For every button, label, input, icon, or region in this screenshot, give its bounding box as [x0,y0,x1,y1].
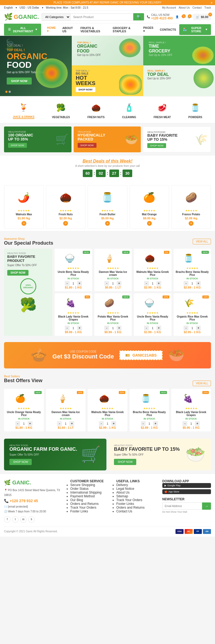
add-to-cart-5[interactable]: + [189,221,194,226]
bs4-minus[interactable]: - [141,421,146,426]
nav-grocery[interactable]: GROCERY & STAPLES [109,23,140,36]
best-sellers-view-all[interactable]: VIEW ALL [193,381,211,386]
nav-home[interactable]: HOME ▾ [44,23,59,36]
category-powders[interactable]: 🫙 POWDERS [188,101,202,119]
currency-selector[interactable]: USD - US Dollar [20,6,39,9]
sp3-qty-plus[interactable]: + [156,281,161,286]
footer-link-delivery[interactable]: Delivery [116,483,157,487]
google-play-badge[interactable]: ▶ Google Play [162,483,211,488]
newsletter-submit[interactable]: → [202,502,211,510]
promo-baby-cta[interactable]: SHOP NOW [147,143,166,148]
track-link[interactable]: Track [204,6,211,9]
hero-br-cta[interactable]: SHOP NOW! [76,87,95,92]
bs5-minus[interactable]: - [182,421,187,426]
bp-baby-cta[interactable]: SHOP NOW [114,459,136,465]
sp6-qty-plus[interactable]: + [117,326,121,330]
newsletter-input[interactable] [162,502,202,510]
sp8-qty-plus[interactable]: + [196,326,201,330]
footer-link-orders-returns[interactable]: Orders and Returns [116,506,157,509]
add-to-cart-4[interactable]: + [147,221,152,226]
bs1-minus[interactable]: - [15,421,20,426]
deal-product-3[interactable]: 🫙 ★★★★★ Fresh Butter $5.00 /kg + [88,185,127,229]
contact-link[interactable]: Contact [192,6,202,9]
bs-product-1[interactable]: NEW 🍊 ★★★★★ Uncle Orange Vania Ready Pic… [4,389,44,431]
category-vegetables[interactable]: 🥦 VEGETABLES [52,101,70,119]
special-product-2[interactable]: NEW 🍦 ★★★★★ Dannon Max Vania Ice cream I… [94,249,132,291]
sp2-qty-plus[interactable]: + [117,281,121,286]
featured-cta[interactable]: SHOP NOW [7,270,28,276]
nav-contacts[interactable]: CONTACTS [157,23,179,36]
footer-link-footer-2[interactable]: Footer Links [116,502,157,506]
footer-link-secure[interactable]: Secure Shopping [70,483,111,487]
deal-product-5[interactable]: 🥔 ★★★★★ France Potato $2.09 /kg + [171,185,211,229]
footer-link-footer[interactable]: Footer Links [70,509,111,513]
about-us-link[interactable]: About Us [179,6,190,9]
bp-organic-cta[interactable]: SHOP NOW [9,459,32,465]
bs4-plus[interactable]: + [153,421,158,426]
footer-link-contact[interactable]: Contact Us [116,509,157,513]
nav-pages[interactable]: PAGES ▾ [140,23,157,36]
sp3-qty-minus[interactable]: - [144,281,149,286]
special-product-6[interactable]: NEW 🥔 ★★★★★ Potato Max Vania Greek Pice … [94,293,132,336]
bs1-plus[interactable]: + [28,421,33,426]
language-selector[interactable]: English [4,6,13,9]
special-product-3[interactable]: 5% 🌰 ★★★★★ Walnuts Max Vania Greek Pice … [134,249,171,291]
footer-link-intl-shipping[interactable]: International Shipping [70,491,111,494]
category-cleaning[interactable]: 🧴 CLEANING [122,101,136,119]
bs-product-4[interactable]: NEW 🫙 ★★★★★ Brachs Bens Vania Ready Pice… [130,389,169,431]
category-nuts[interactable]: 🌰 FRESH NUTS [87,101,105,119]
footer-link-payment[interactable]: Payment Method [70,494,111,498]
footer-link-sitemap[interactable]: Sitemap [116,494,157,498]
deal-product-2[interactable]: 🌰 ★★★★★ Fresh Nuts $2.00 /kg + [46,185,86,229]
bs2-minus[interactable]: - [57,421,62,426]
category-meat[interactable]: 🥩 FRESH MEAT [153,101,171,119]
special-view-all-button[interactable]: VIEW ALL [193,239,211,244]
promo-hygiene-cta[interactable]: SHOP NOW [78,143,96,148]
my-account-link[interactable]: My Account [162,6,176,9]
hero-dot-2[interactable] [9,91,11,93]
footer-link-about[interactable]: About Us [116,491,157,494]
logo[interactable]: 🌿 GGANIC. [4,13,39,21]
add-to-cart-2[interactable]: + [63,221,68,226]
sp5-qty-minus[interactable]: - [65,326,70,330]
bs3-plus[interactable]: + [111,421,116,426]
sp7-qty-minus[interactable]: - [144,326,149,330]
nav-about[interactable]: ABOUT US [59,23,77,36]
sp6-qty-minus[interactable]: - [104,326,109,330]
bs5-plus[interactable]: + [195,421,200,426]
bs3-minus[interactable]: - [99,421,104,426]
special-product-5[interactable]: 5% 🍇 ★★★★★ Black Lady Vania Greek Grapes… [55,293,92,336]
footer-link-blog[interactable]: Our Blog [70,498,111,502]
sp4-qty-plus[interactable]: + [196,281,201,286]
search-input[interactable] [70,13,133,20]
footer-link-track-orders[interactable]: Track Your Orders [116,498,157,502]
special-product-7[interactable]: 10% 🍚 ★★★★★ Uncle Bens Vania Ready Pice … [134,293,171,336]
twitter-icon[interactable]: t [12,516,19,523]
super-store-button[interactable]: 🏪 SUPER STORE ▾ [179,24,211,35]
footer-phone[interactable]: +120 279 932 45 [10,499,38,503]
compare-icon[interactable]: ⚖️0 [187,15,191,18]
special-product-4[interactable]: NEW 🫙 ★★★★★ Brachs Bens Vania Ready Pice… [174,249,211,291]
special-product-8[interactable]: 10% 🌾 ★★★★★ Organic Rice Max Greek Pice … [174,293,211,336]
footer-link-legal[interactable]: Legal Notice [116,487,157,491]
footer-link-orders[interactable]: Orders and Returns [70,502,111,506]
add-to-cart-3[interactable]: + [105,221,110,226]
search-button[interactable]: 🔍 [133,13,144,20]
add-to-cart-1[interactable]: + [22,221,26,226]
sp4-qty-minus[interactable]: - [184,281,188,286]
sp7-qty-plus[interactable]: + [156,326,161,330]
deal-product-1[interactable]: 🌶️ ★★★★★ Walnuts Max $1.90 /kg + [4,185,44,229]
hero-dot-1[interactable] [5,91,8,93]
bs-product-2[interactable]: 10% 🍦 ★★★★★ Dannon Max Vania Ice cream I… [46,389,86,431]
all-departments-button[interactable]: ☰ ALL DEPARTMENT ▾ [4,24,41,36]
phone-number[interactable]: +120 4123 450 [151,16,173,20]
sp5-qty-plus[interactable]: + [77,326,82,330]
hero-shop-now-button[interactable]: SHOP NOW [7,78,32,85]
footer-link-order-status[interactable]: Order Status [70,487,111,491]
sp1-qty-minus[interactable]: - [65,281,70,286]
sp8-qty-minus[interactable]: - [184,326,188,330]
sp2-qty-minus[interactable]: - [104,281,109,286]
close-announcement-button[interactable]: × [211,1,212,4]
cart-icon[interactable]: 🛒0 $0.00 [193,14,211,20]
footer-link-track[interactable]: Track Your Orders [70,506,111,509]
